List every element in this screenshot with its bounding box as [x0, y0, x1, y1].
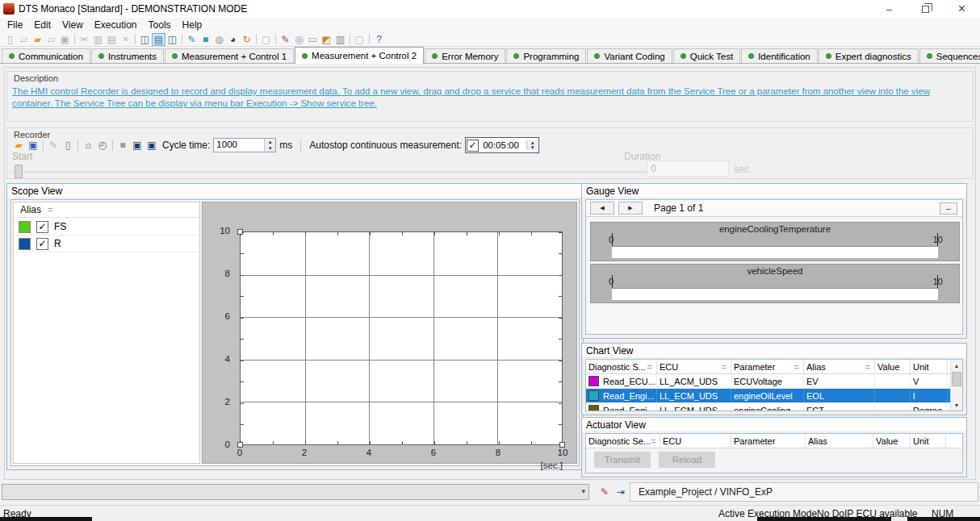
spin-up-icon[interactable]: ▲	[265, 139, 275, 145]
actuator-view-title: Actuator View	[582, 418, 966, 432]
restore-button[interactable]	[907, 0, 944, 18]
tab-measurement-control-1[interactable]: Measurement + Control 1	[165, 48, 294, 63]
layout-tabs-icon[interactable]: ◫	[165, 33, 179, 46]
tab-expert-diagnostics[interactable]: Expert diagnostics	[819, 48, 919, 63]
open-workspace-icon[interactable]: ▰	[31, 33, 44, 46]
tab-instruments[interactable]: Instruments	[91, 48, 164, 63]
menu-view[interactable]: View	[57, 19, 89, 31]
open-recording-icon[interactable]: ▰	[11, 139, 26, 152]
tab-error-memory[interactable]: Error Memory	[425, 48, 505, 63]
scroll-up-button[interactable]: ▲	[951, 360, 962, 371]
menu-edit[interactable]: Edit	[28, 19, 57, 31]
column-header-ecu[interactable]: ECU=	[657, 360, 731, 373]
clipboard-icon[interactable]: ▥	[333, 33, 347, 46]
edit-cycle-icon[interactable]: ◴	[95, 139, 110, 152]
filter-icon[interactable]: =	[651, 436, 657, 446]
table-row[interactable]: Read_Engi...LL_ECM_UDSengineOilLevelEOLl	[586, 389, 962, 403]
record-autostop-icon[interactable]: ▣	[144, 139, 159, 152]
description-link-text[interactable]: The HMI control Recorder is designed to …	[12, 85, 970, 110]
scroll-down-button[interactable]: ▼	[951, 399, 962, 411]
menu-execution[interactable]: Execution	[89, 19, 143, 31]
slider-handle[interactable]	[15, 165, 23, 178]
menu-file[interactable]: File	[2, 19, 28, 31]
column-header-diagnostic-se[interactable]: Diagnostic Se...=	[586, 434, 660, 448]
column-header-alias[interactable]: Alias	[806, 434, 873, 448]
alias-checkbox[interactable]: ✓	[36, 238, 48, 250]
table-row[interactable]: Read_ECU...LL_ACM_UDSECUVoltageEVV	[586, 374, 962, 389]
table-cell: Read_Engi...	[586, 389, 657, 402]
tab-status-icon	[594, 53, 600, 59]
autostop-checkbox[interactable]: ✓	[467, 140, 479, 152]
trace-combobox[interactable]: ▾	[2, 484, 589, 500]
start-record-icon[interactable]: ▣	[130, 139, 144, 152]
minimize-button[interactable]: –	[871, 0, 907, 18]
tab-sequences-1[interactable]: Sequences 1	[919, 48, 980, 63]
close-button[interactable]: ×	[944, 0, 980, 18]
vertical-scrollbar[interactable]: ▲ ▼	[950, 360, 962, 411]
column-header-parameter[interactable]: Parameter	[731, 434, 806, 448]
chart-table-header: Diagnostic S...=ECU=Parameter=Alias=Valu…	[586, 360, 962, 374]
tab-variant-coding[interactable]: Variant Coding	[587, 48, 672, 63]
next-page-button[interactable]: ▶	[618, 202, 643, 215]
cycle-time-input[interactable]: 1000▲▼	[213, 138, 276, 152]
alias-column-header[interactable]: Alias =	[14, 202, 199, 218]
snapshot-icon: ▢	[259, 33, 273, 46]
flash-tool-icon[interactable]: ✎	[279, 33, 292, 46]
home-icon[interactable]: ⌂	[81, 139, 95, 152]
tab-identification[interactable]: Identification	[741, 48, 818, 63]
filter-icon[interactable]: =	[647, 362, 654, 372]
toolbar-separator	[256, 34, 257, 44]
plot-handle[interactable]	[559, 442, 565, 448]
column-header-value[interactable]: Value	[875, 360, 911, 373]
table-row[interactable]: Read_Engi...LL_ECM_UDSengineCoolingECTDe…	[586, 403, 962, 411]
column-header-unit[interactable]: Unit	[911, 360, 948, 373]
search-ecu-icon[interactable]: ◎	[292, 33, 306, 46]
menu-help[interactable]: Help	[177, 19, 208, 31]
help-icon[interactable]: ?	[372, 33, 386, 46]
column-header-ecu[interactable]: ECU	[660, 434, 731, 448]
alias-checkbox[interactable]: ✓	[36, 221, 48, 233]
filter-icon[interactable]: =	[48, 205, 52, 215]
layout-cascade-icon[interactable]: ◫	[138, 33, 152, 46]
users-icon[interactable]: ◩	[320, 33, 333, 46]
scope-plot[interactable]	[240, 231, 563, 445]
tab-measurement-control-2[interactable]: Measurement + Control 2	[295, 47, 424, 64]
column-header-unit[interactable]: Unit	[911, 434, 946, 448]
column-header-diagnostic-s[interactable]: Diagnostic S...=	[586, 360, 657, 373]
reload-icon[interactable]: ↻	[240, 33, 253, 46]
column-header-parameter[interactable]: Parameter=	[731, 360, 804, 373]
record-icon[interactable]: ◕	[226, 33, 240, 46]
autostop-field[interactable]: ✓00:05:00▲▼	[465, 137, 539, 153]
spin-down-icon[interactable]: ▼	[265, 145, 275, 152]
tab-programming[interactable]: Programming	[506, 48, 586, 63]
stop-execution-icon[interactable]: ■	[199, 33, 212, 46]
column-header-value[interactable]: Value	[873, 434, 911, 448]
filter-icon[interactable]: =	[794, 362, 801, 372]
plot-handle[interactable]	[237, 442, 243, 448]
alias-row-fs[interactable]: ✓FS	[14, 219, 199, 235]
autostop-spinner[interactable]: ▲▼	[526, 140, 538, 150]
previous-page-button[interactable]: ◀	[590, 202, 614, 215]
monitor-icon[interactable]: ▭	[306, 33, 320, 46]
attach-window-icon[interactable]: ⇥	[614, 485, 628, 499]
recording-position-slider[interactable]	[12, 171, 648, 173]
tab-quick-test[interactable]: Quick Test	[673, 48, 740, 63]
filter-icon[interactable]: =	[865, 362, 872, 372]
pause-icon[interactable]: ◍	[212, 33, 226, 46]
menu-tools[interactable]: Tools	[143, 19, 177, 31]
scrollbar-thumb[interactable]	[952, 372, 961, 386]
plot-handle[interactable]	[237, 229, 243, 235]
clear-recording-icon[interactable]: ▯	[61, 139, 75, 152]
edit-trace-icon[interactable]: ✎	[597, 485, 612, 499]
filter-icon[interactable]: =	[722, 362, 728, 372]
layout-split-icon[interactable]: ▤	[152, 33, 165, 46]
edit-mode-icon[interactable]: ✎	[185, 33, 199, 46]
column-header-alias[interactable]: Alias=	[804, 360, 875, 373]
cycle-time-spinner[interactable]: ▲▼	[264, 139, 275, 152]
scope-chart-area: 0246810 0246810 [sec.]	[202, 202, 577, 464]
tab-communication[interactable]: Communication	[2, 48, 90, 63]
spin-down-icon[interactable]: ▼	[527, 145, 538, 150]
collapse-button[interactable]: −	[940, 202, 957, 215]
save-recording-icon[interactable]: ▣	[26, 139, 40, 152]
alias-row-r[interactable]: ✓R	[14, 235, 199, 252]
